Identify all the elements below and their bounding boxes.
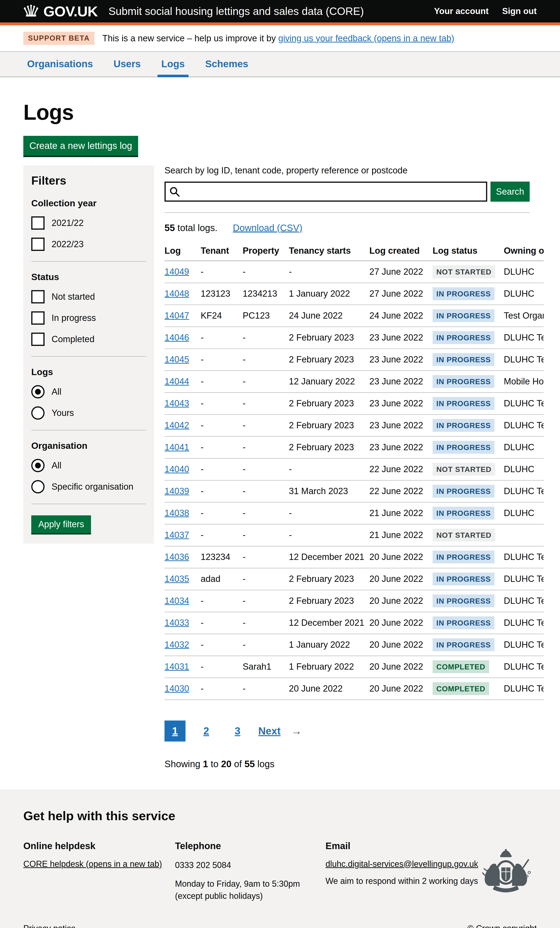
status-badge: IN PROGRESS xyxy=(433,638,494,651)
log-id-link[interactable]: 14047 xyxy=(165,311,189,321)
radio-option-specific-organisation[interactable]: Specific organisation xyxy=(31,480,146,493)
radio-option-all[interactable]: All xyxy=(31,459,146,472)
property-cell: - xyxy=(243,524,289,546)
filters-divider xyxy=(31,430,146,430)
telephone-number: 0333 202 5084 xyxy=(175,859,325,871)
log-created-cell: 21 June 2022 xyxy=(369,524,433,546)
table-row: 1404812312312342131 January 202227 June … xyxy=(165,283,544,305)
log-id-link[interactable]: 14038 xyxy=(165,508,189,518)
filter-group-organisation: OrganisationAllSpecific organisation xyxy=(31,441,146,493)
log-id-cell: 14036 xyxy=(165,546,201,568)
filter-legend: Status xyxy=(31,272,146,282)
radio-option-yours[interactable]: Yours xyxy=(31,406,146,420)
filters-panel: Filters Collection year2021/222022/23Sta… xyxy=(23,165,154,543)
log-status-cell: IN PROGRESS xyxy=(433,590,504,612)
results-section: Search by log ID, tenant code, property … xyxy=(165,165,537,769)
owning-organisation-cell: DLUHC Tes xyxy=(504,415,544,437)
property-cell: - xyxy=(243,502,289,524)
download-csv-link[interactable]: Download (CSV) xyxy=(233,223,302,233)
pagination-page-2[interactable]: 2 xyxy=(196,720,217,742)
crown-copyright-link[interactable]: © Crown copyright xyxy=(467,923,537,928)
tenant-cell: - xyxy=(201,656,243,678)
logs-table-wrapper: LogTenantPropertyTenancy startsLog creat… xyxy=(165,241,544,700)
feedback-link[interactable]: giving us your feedback (opens in a new … xyxy=(278,34,454,43)
search-input[interactable] xyxy=(165,182,487,201)
nav-item-schemes[interactable]: Schemes xyxy=(201,52,252,76)
showing-to: 20 xyxy=(221,759,232,769)
log-created-cell: 23 June 2022 xyxy=(369,415,433,437)
log-id-link[interactable]: 14048 xyxy=(165,289,189,299)
property-cell: 1234213 xyxy=(243,283,289,305)
checkbox-control[interactable] xyxy=(31,333,44,346)
service-name[interactable]: Submit social housing lettings and sales… xyxy=(108,5,364,17)
log-id-link[interactable]: 14036 xyxy=(165,552,189,562)
status-badge: COMPLETED xyxy=(433,682,489,695)
log-created-cell: 24 June 2022 xyxy=(369,305,433,327)
header-link-sign-out[interactable]: Sign out xyxy=(502,6,537,16)
tenancy-starts-cell: 12 December 2021 xyxy=(289,612,369,634)
status-badge: IN PROGRESS xyxy=(433,353,494,366)
log-id-link[interactable]: 14046 xyxy=(165,333,189,342)
log-created-cell: 20 June 2022 xyxy=(369,568,433,590)
log-id-link[interactable]: 14043 xyxy=(165,398,189,408)
main-content: Logs Create a new lettings log Filters C… xyxy=(23,77,537,769)
checkbox-control[interactable] xyxy=(31,311,44,325)
checkbox-control[interactable] xyxy=(31,216,44,230)
radio-control[interactable] xyxy=(31,480,44,493)
status-badge: IN PROGRESS xyxy=(433,594,494,607)
tenancy-starts-cell: 12 December 2021 xyxy=(289,546,369,568)
footer-link-email[interactable]: dluhc.digital-services@levellingup.gov.u… xyxy=(325,859,478,869)
log-created-cell: 27 June 2022 xyxy=(369,283,433,305)
checkbox-option-2021-22[interactable]: 2021/22 xyxy=(31,216,146,230)
radio-control[interactable] xyxy=(31,406,44,420)
log-status-cell: IN PROGRESS xyxy=(433,546,504,568)
log-id-link[interactable]: 14035 xyxy=(165,574,189,584)
radio-option-all[interactable]: All xyxy=(31,385,146,398)
radio-control[interactable] xyxy=(31,385,44,398)
search-button[interactable]: Search xyxy=(490,182,529,201)
checkbox-option-in-progress[interactable]: In progress xyxy=(31,311,146,325)
tenancy-starts-cell: 2 February 2023 xyxy=(289,568,369,590)
govuk-logo[interactable]: GOV.UK Submit social housing lettings an… xyxy=(23,3,364,20)
log-id-link[interactable]: 14032 xyxy=(165,640,189,650)
header-link-your-account[interactable]: Your account xyxy=(434,6,488,16)
checkbox-option-completed[interactable]: Completed xyxy=(31,333,146,346)
site-footer: Get help with this service Online helpde… xyxy=(0,789,560,928)
log-id-link[interactable]: 14031 xyxy=(165,662,189,672)
showing-total: 55 xyxy=(244,759,255,769)
checkbox-option-not-started[interactable]: Not started xyxy=(31,290,146,304)
nav-item-users[interactable]: Users xyxy=(110,52,145,76)
table-row: 14041--2 February 202323 June 2022IN PRO… xyxy=(165,437,544,458)
checkbox-control[interactable] xyxy=(31,238,44,251)
log-id-link[interactable]: 14039 xyxy=(165,486,189,496)
status-badge: IN PROGRESS xyxy=(433,287,494,300)
log-id-link[interactable]: 14040 xyxy=(165,464,189,474)
apply-filters-button[interactable]: Apply filters xyxy=(31,515,91,533)
log-id-link[interactable]: 14030 xyxy=(165,684,189,693)
tenant-cell: - xyxy=(201,392,243,415)
checkbox-option-2022-23[interactable]: 2022/23 xyxy=(31,238,146,251)
log-id-link[interactable]: 14042 xyxy=(165,420,189,430)
log-status-cell: IN PROGRESS xyxy=(433,568,504,590)
pagination-page-1[interactable]: 1 xyxy=(165,720,186,742)
log-id-link[interactable]: 14034 xyxy=(165,596,189,606)
log-id-link[interactable]: 14041 xyxy=(165,442,189,452)
log-id-link[interactable]: 14044 xyxy=(165,377,189,386)
privacy-notice-link[interactable]: Privacy notice xyxy=(23,923,76,928)
log-id-link[interactable]: 14045 xyxy=(165,354,189,364)
nav-item-logs[interactable]: Logs xyxy=(157,52,188,76)
nav-item-organisations[interactable]: Organisations xyxy=(23,52,97,76)
log-id-link[interactable]: 14033 xyxy=(165,618,189,627)
footer-column-heading: Email xyxy=(325,841,489,851)
footer-link-core-helpdesk[interactable]: CORE helpdesk (opens in a new tab) xyxy=(23,859,162,869)
log-id-cell: 14032 xyxy=(165,634,201,656)
radio-control[interactable] xyxy=(31,459,44,472)
log-id-link[interactable]: 14037 xyxy=(165,530,189,540)
log-id-link[interactable]: 14049 xyxy=(165,267,189,276)
owning-organisation-cell: DLUHC Tes xyxy=(504,678,544,700)
pagination-next-link[interactable]: Next xyxy=(258,720,281,742)
create-lettings-log-button[interactable]: Create a new lettings log xyxy=(23,136,138,156)
checkbox-control[interactable] xyxy=(31,290,44,304)
log-id-cell: 14045 xyxy=(165,349,201,371)
pagination-page-3[interactable]: 3 xyxy=(227,720,248,742)
